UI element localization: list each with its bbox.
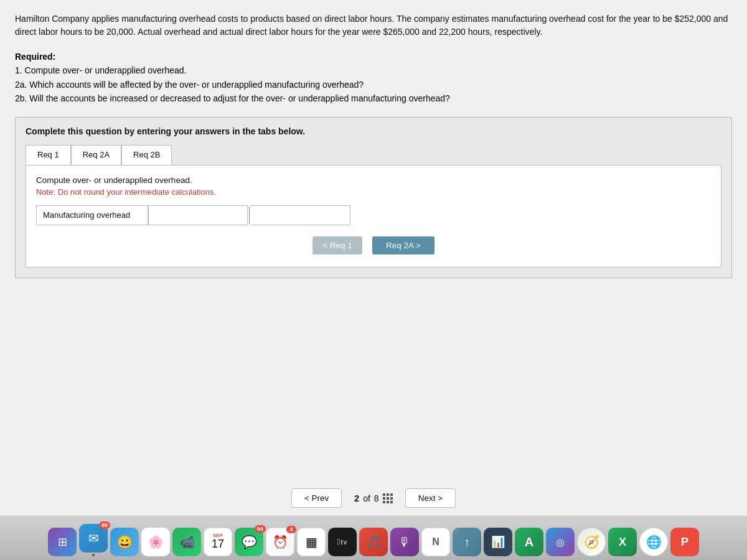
- tab-content-note: Note: Do not round your intermediate cal…: [36, 187, 711, 197]
- podcasts-icon: 🎙: [390, 528, 419, 556]
- req1-nav-button[interactable]: < Req 1: [312, 236, 362, 254]
- stats-icon: 📊: [484, 528, 512, 556]
- appletv-icon: tv: [328, 528, 357, 556]
- tab-req2b[interactable]: Req 2B: [121, 145, 172, 165]
- mail-badge: 89: [99, 521, 110, 529]
- siri-icon: ◎: [546, 528, 575, 556]
- photos-icon: 🌸: [141, 528, 170, 556]
- prev-button[interactable]: < Prev: [291, 488, 342, 508]
- dock-item-appletv[interactable]: tv: [328, 528, 357, 558]
- next-button[interactable]: Next >: [405, 488, 456, 508]
- messages-badge: 84: [255, 525, 266, 533]
- messages-icon: 💬 84: [235, 528, 263, 556]
- page-indicator: 2 of 8: [354, 493, 392, 503]
- problem-text: Hamilton Company applies manufacturing o…: [15, 12, 732, 39]
- finder-icon: 😀: [110, 528, 139, 556]
- dock-item-podcasts[interactable]: 🎙: [390, 528, 419, 558]
- music-icon: 🎵: [359, 528, 388, 556]
- input-container: [148, 205, 350, 225]
- tab-req2a[interactable]: Req 2A: [71, 145, 121, 165]
- required-section: Required: 1. Compute over- or underappli…: [15, 50, 732, 106]
- dock-item-mail[interactable]: ✉ 89: [79, 524, 108, 558]
- appgrid-icon: ▦: [297, 528, 326, 556]
- dock-item-siri[interactable]: ◎: [546, 528, 575, 558]
- dock-item-launchpad[interactable]: ⊞: [48, 528, 77, 558]
- input-row: Manufacturing overhead: [36, 205, 711, 225]
- dock-item-music[interactable]: 🎵: [359, 528, 388, 558]
- input-divider: [249, 207, 250, 224]
- dock: ⊞ ✉ 89 😀 🌸 📹 SEP 17 💬 84 ⏰ 3: [0, 515, 747, 560]
- dock-item-reminders[interactable]: ⏰ 3: [266, 528, 294, 558]
- dock-item-excel[interactable]: X: [608, 528, 637, 558]
- calendar-icon: SEP 17: [204, 528, 232, 556]
- reminders-badge: 3: [286, 526, 296, 533]
- tab-content-instruction: Compute over- or underapplied overhead.: [36, 175, 711, 185]
- complete-box: Complete this question by entering your …: [15, 117, 732, 278]
- reminders-icon: ⏰ 3: [266, 528, 294, 556]
- translate-icon: A: [515, 528, 543, 556]
- page-of: of: [363, 493, 370, 503]
- dock-item-translate[interactable]: A: [515, 528, 543, 558]
- page-current: 2: [354, 493, 359, 503]
- required-label: Required:: [15, 52, 55, 62]
- dock-item-photos[interactable]: 🌸: [141, 528, 170, 558]
- safari-icon: 🧭: [577, 528, 606, 556]
- p-app-icon: P: [670, 528, 699, 556]
- n-icon: N: [421, 528, 450, 556]
- dock-item-finder[interactable]: 😀: [110, 528, 139, 558]
- grid-icon[interactable]: [383, 493, 393, 503]
- tab-content-area: Compute over- or underapplied overhead. …: [26, 165, 721, 268]
- complete-instruction: Complete this question by entering your …: [26, 126, 721, 136]
- req2b-text: 2b. Will the accounts be increased or de…: [15, 93, 450, 103]
- req2a-text: 2a. Which accounts will be affected by t…: [15, 80, 364, 90]
- dock-item-chrome[interactable]: 🌐: [639, 528, 668, 558]
- tab-nav-buttons: < Req 1 Req 2A >: [36, 236, 711, 254]
- facetime-icon: 📹: [172, 528, 201, 556]
- bottom-nav: < Prev 2 of 8 Next >: [0, 482, 747, 515]
- mfg-overhead-label: Manufacturing overhead: [36, 205, 148, 225]
- overhead-input-right[interactable]: [251, 205, 350, 225]
- launchpad-icon: ⊞: [48, 528, 77, 556]
- tab-req1[interactable]: Req 1: [26, 145, 71, 165]
- tabs-row: Req 1 Req 2A Req 2B: [26, 145, 721, 165]
- req1-text: 1. Compute over- or underapplied overhea…: [15, 65, 187, 75]
- dock-item-n[interactable]: N: [421, 528, 450, 558]
- dock-item-safari[interactable]: 🧭: [577, 528, 606, 558]
- dock-item-p[interactable]: P: [670, 528, 699, 558]
- dock-item-stats[interactable]: 📊: [484, 528, 512, 558]
- dock-item-upload[interactable]: ↑: [453, 528, 481, 558]
- mail-active-dot: [92, 554, 95, 556]
- dock-item-messages[interactable]: 💬 84: [235, 528, 263, 558]
- overhead-input-left[interactable]: [148, 205, 248, 225]
- upload-icon: ↑: [453, 528, 481, 556]
- mail-icon: ✉ 89: [79, 524, 108, 553]
- dock-item-appgrid[interactable]: ▦: [297, 528, 326, 558]
- excel-icon: X: [608, 528, 637, 556]
- dock-item-facetime[interactable]: 📹: [172, 528, 201, 558]
- dock-item-calendar[interactable]: SEP 17: [204, 528, 232, 558]
- page-total: 8: [374, 493, 379, 503]
- req2a-nav-button[interactable]: Req 2A >: [372, 236, 435, 254]
- chrome-icon: 🌐: [639, 528, 668, 556]
